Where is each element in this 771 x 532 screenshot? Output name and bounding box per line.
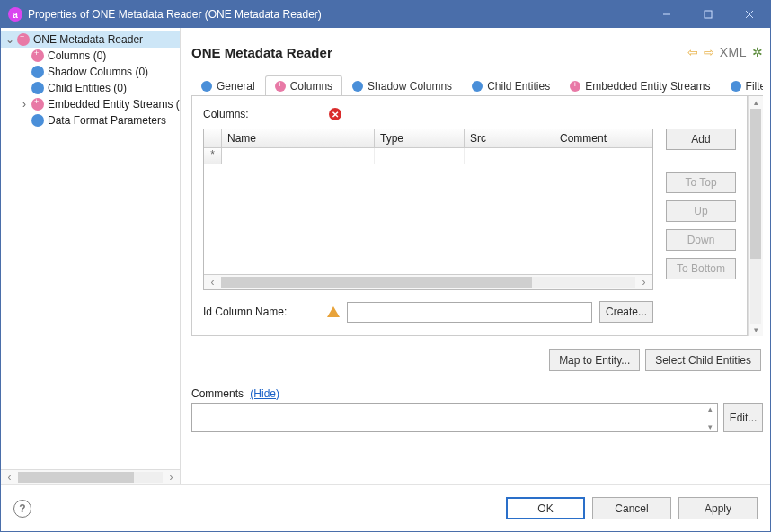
collapse-icon[interactable]: ⌄ xyxy=(4,33,15,46)
error-icon: ✕ xyxy=(329,108,341,120)
scroll-down-icon[interactable]: ▾ xyxy=(749,325,763,334)
columns-label: Columns: xyxy=(203,108,329,120)
tree-root[interactable]: ⌄ ONE Metadata Reader xyxy=(1,31,180,48)
warning-icon xyxy=(327,306,340,317)
tab-child-entities[interactable]: Child Entities xyxy=(462,75,560,96)
tab-filter[interactable]: Filter xyxy=(721,75,763,96)
debug-icon[interactable]: ✲ xyxy=(752,45,763,59)
to-top-button[interactable]: To Top xyxy=(666,172,736,193)
tab-shadow-columns[interactable]: Shadow Columns xyxy=(342,75,462,96)
tree-root-label: ONE Metadata Reader xyxy=(33,33,143,46)
scroll-right-icon[interactable]: › xyxy=(164,471,178,484)
xml-view-button[interactable]: XML xyxy=(720,45,747,59)
embedded-streams-icon xyxy=(31,98,44,111)
shadow-tab-icon xyxy=(352,81,363,92)
scroll-up-icon[interactable]: ▴ xyxy=(703,404,717,413)
embedded-tab-icon xyxy=(570,81,580,92)
create-button[interactable]: Create... xyxy=(599,301,653,323)
minimize-button[interactable] xyxy=(646,1,687,28)
tree-item-label: Data Format Parameters xyxy=(48,114,166,127)
tab-columns[interactable]: Columns xyxy=(265,75,342,96)
comments-label: Comments xyxy=(191,387,244,400)
help-icon[interactable]: ? xyxy=(13,500,31,518)
tree-item-embedded-streams[interactable]: › Embedded Entity Streams ( xyxy=(1,96,180,112)
columns-tab-icon xyxy=(275,81,286,92)
app-icon: a xyxy=(8,7,22,22)
main-panel: ONE Metadata Reader ⇦ ⇨ XML ✲ General Co… xyxy=(181,28,770,484)
columns-grid[interactable]: Name Type Src Comment * xyxy=(203,129,653,290)
maximize-button[interactable] xyxy=(687,1,729,28)
tree-item-label: Columns (0) xyxy=(48,49,106,62)
shadow-columns-icon xyxy=(31,66,44,78)
comments-textarea[interactable]: ▴ ▾ xyxy=(191,403,718,432)
up-button[interactable]: Up xyxy=(666,200,736,222)
scroll-right-icon[interactable]: › xyxy=(637,276,651,289)
new-row[interactable]: * xyxy=(204,148,652,164)
expand-icon[interactable]: › xyxy=(19,98,30,111)
sidebar: ⌄ ONE Metadata Reader Columns (0) Shadow… xyxy=(1,28,181,484)
close-button[interactable] xyxy=(729,1,770,28)
tab-general[interactable]: General xyxy=(191,75,265,96)
select-child-entities-button[interactable]: Select Child Entities xyxy=(645,349,761,371)
hide-comments-link[interactable]: (Hide) xyxy=(250,387,279,400)
panel-vscrollbar[interactable]: ▴ ▾ xyxy=(748,96,763,336)
scroll-left-icon[interactable]: ‹ xyxy=(206,276,219,289)
sidebar-scrollbar[interactable]: ‹ › xyxy=(1,469,180,484)
id-column-input[interactable] xyxy=(347,302,592,323)
apply-button[interactable]: Apply xyxy=(678,497,758,519)
properties-dialog: a Properties of ONE Metadata Reader (ONE… xyxy=(0,0,771,532)
scroll-down-icon[interactable]: ▾ xyxy=(703,422,717,431)
tree-item-shadow-columns[interactable]: Shadow Columns (0) xyxy=(1,64,180,80)
col-src-header[interactable]: Src xyxy=(465,129,554,147)
filter-tab-icon xyxy=(731,81,741,92)
ok-button[interactable]: OK xyxy=(506,497,585,519)
tree-item-label: Shadow Columns (0) xyxy=(48,66,148,78)
new-row-marker: * xyxy=(204,148,222,164)
page-title: ONE Metadata Reader xyxy=(191,45,687,60)
child-entities-icon xyxy=(31,82,44,94)
columns-panel: Columns: ✕ Name Type Src Comment xyxy=(191,96,748,336)
id-column-label: Id Column Name: xyxy=(203,306,320,318)
scroll-left-icon[interactable]: ‹ xyxy=(3,471,16,484)
scroll-up-icon[interactable]: ▴ xyxy=(749,98,763,107)
forward-icon[interactable]: ⇨ xyxy=(704,45,714,59)
tree-item-columns[interactable]: Columns (0) xyxy=(1,48,180,64)
tree-item-data-format[interactable]: Data Format Parameters xyxy=(1,112,180,129)
map-to-entity-button[interactable]: Map to Entity... xyxy=(549,349,640,371)
dialog-footer: ? OK Cancel Apply xyxy=(1,484,770,531)
grid-header: Name Type Src Comment xyxy=(204,129,652,148)
col-comment-header[interactable]: Comment xyxy=(554,129,652,147)
columns-icon xyxy=(31,49,44,62)
add-button[interactable]: Add xyxy=(666,129,736,150)
to-bottom-button[interactable]: To Bottom xyxy=(666,258,736,279)
tree-item-label: Child Entities (0) xyxy=(48,82,127,94)
child-tab-icon xyxy=(472,81,483,92)
col-type-header[interactable]: Type xyxy=(375,129,465,147)
tabstrip: General Columns Shadow Columns Child Ent… xyxy=(191,75,763,96)
svg-rect-1 xyxy=(705,11,712,18)
tree-item-label: Embedded Entity Streams ( xyxy=(48,98,180,111)
down-button[interactable]: Down xyxy=(666,229,736,251)
general-tab-icon xyxy=(201,81,212,92)
back-icon[interactable]: ⇦ xyxy=(687,45,698,59)
col-name-header[interactable]: Name xyxy=(222,129,375,147)
edit-comments-button[interactable]: Edit... xyxy=(723,403,763,432)
tab-embedded-streams[interactable]: Embedded Entity Streams xyxy=(560,75,720,96)
grid-scrollbar[interactable]: ‹ › xyxy=(204,274,652,289)
titlebar: a Properties of ONE Metadata Reader (ONE… xyxy=(1,1,770,28)
window-title: Properties of ONE Metadata Reader (ONE M… xyxy=(28,8,646,21)
tree-item-child-entities[interactable]: Child Entities (0) xyxy=(1,80,180,96)
data-format-icon xyxy=(31,114,44,127)
cancel-button[interactable]: Cancel xyxy=(592,497,671,519)
navigation-tree[interactable]: ⌄ ONE Metadata Reader Columns (0) Shadow… xyxy=(1,28,180,469)
metadata-reader-icon xyxy=(17,33,30,46)
